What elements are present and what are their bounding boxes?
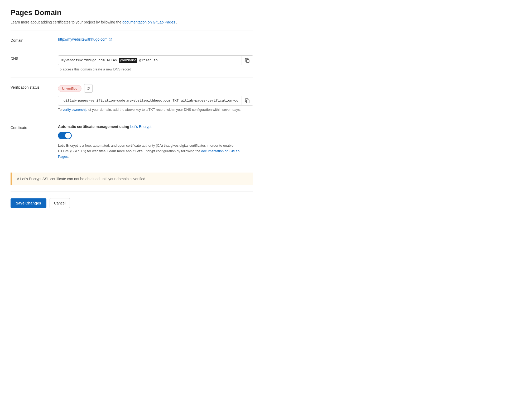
toggle-check-icon: ✓ xyxy=(67,134,70,138)
verification-header: Unverified ↺ xyxy=(58,84,253,93)
toggle-wrapper: ✓ xyxy=(58,132,253,139)
copy-icon xyxy=(245,58,250,63)
verification-label: Verification status xyxy=(11,84,58,89)
certificate-content: Automatic certificate management using L… xyxy=(58,125,253,159)
svg-rect-0 xyxy=(247,59,249,62)
cert-description: Let's Encrypt is a free, automated, and … xyxy=(58,143,243,159)
verification-content: Unverified ↺ To verify ownership of your… xyxy=(58,84,253,112)
lets-encrypt-link[interactable]: Let's Encrypt xyxy=(130,125,152,129)
dns-input-wrapper: mywebsitewithhugo.com ALIAS yourname.git… xyxy=(58,55,253,65)
domain-row: Domain http://mywebsitewithhugo.com xyxy=(11,31,253,49)
domain-label: Domain xyxy=(11,37,58,42)
refresh-icon: ↺ xyxy=(86,86,90,91)
lets-encrypt-toggle[interactable]: ✓ xyxy=(58,132,72,139)
verification-row: Verification status Unverified ↺ To veri… xyxy=(11,78,253,118)
certificate-title: Automatic certificate management using L… xyxy=(58,125,253,129)
dns-highlight: yourname xyxy=(119,58,137,63)
verification-input[interactable] xyxy=(58,96,242,105)
verification-helper: To verify ownership of your domain, add … xyxy=(58,108,253,112)
actions-row: Save Changes Cancel xyxy=(11,192,253,208)
dns-content: mywebsitewithhugo.com ALIAS yourname.git… xyxy=(58,55,253,71)
copy-icon-verification xyxy=(245,98,250,103)
toggle-slider: ✓ xyxy=(58,132,72,139)
certificate-label: Certificate xyxy=(11,125,58,130)
cancel-button[interactable]: Cancel xyxy=(50,198,70,208)
page-title: Pages Domain xyxy=(11,8,253,17)
verify-ownership-link[interactable]: verify ownership xyxy=(62,108,87,112)
save-button[interactable]: Save Changes xyxy=(11,198,46,208)
refresh-button[interactable]: ↺ xyxy=(84,84,93,93)
verification-copy-button[interactable] xyxy=(242,96,253,105)
dns-row: DNS mywebsitewithhugo.com ALIAS yourname… xyxy=(11,49,253,78)
verification-input-wrapper xyxy=(58,96,253,106)
dns-display: mywebsitewithhugo.com ALIAS yourname.git… xyxy=(58,56,242,65)
warning-box: A Let's Encrypt SSL certificate can not … xyxy=(11,173,253,185)
dns-helper: To access this domain create a new DNS r… xyxy=(58,67,253,71)
certificate-row: Certificate Automatic certificate manage… xyxy=(11,118,253,166)
domain-content: http://mywebsitewithhugo.com xyxy=(58,37,253,41)
svg-rect-1 xyxy=(247,100,249,103)
external-link-icon xyxy=(109,38,112,41)
dns-copy-button[interactable] xyxy=(242,56,253,65)
unverified-badge: Unverified xyxy=(58,85,81,92)
dns-label: DNS xyxy=(11,55,58,61)
docs-link[interactable]: documentation on GitLab Pages xyxy=(122,20,175,24)
domain-link[interactable]: http://mywebsitewithhugo.com xyxy=(58,37,112,41)
intro-text: Learn more about adding certificates to … xyxy=(11,20,253,24)
divider-warning xyxy=(11,166,253,166)
